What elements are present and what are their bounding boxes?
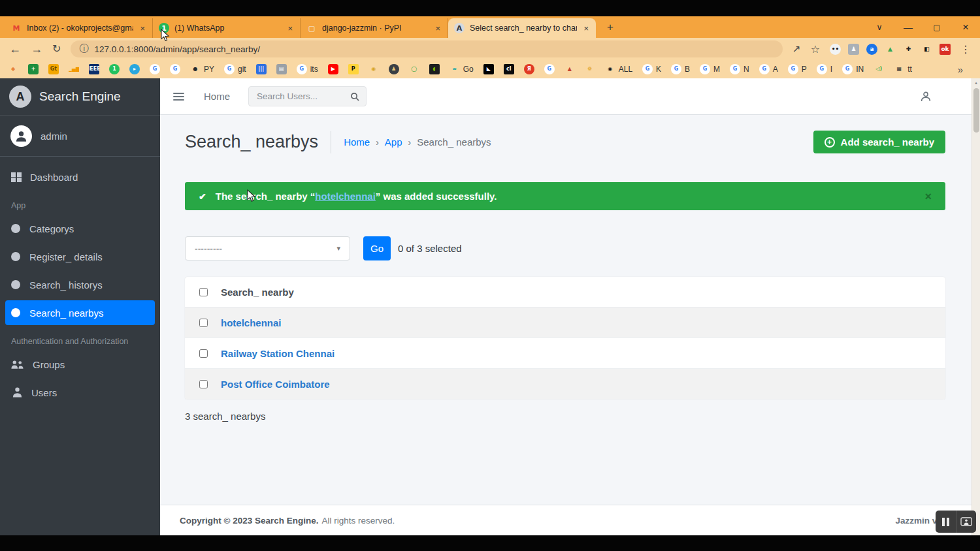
close-button[interactable]: ×	[951, 16, 980, 38]
bookmark-item[interactable]: ◆	[8, 64, 18, 74]
bookmark-item[interactable]: ∞ Go	[449, 64, 474, 74]
scrollbar-thumb[interactable]	[973, 88, 979, 133]
alert-object-link[interactable]: hotelchennai	[315, 191, 376, 202]
bookmark-item[interactable]: ◯	[409, 64, 419, 74]
sidebar-item-groups[interactable]: Groups	[5, 352, 155, 377]
bookmark-item[interactable]: ◉	[368, 64, 379, 74]
navbar-user-menu[interactable]	[920, 91, 932, 102]
bookmark-item[interactable]: ▦ tt	[894, 64, 912, 74]
extension-icon[interactable]: ♟	[848, 44, 859, 55]
reload-icon[interactable]: ↻	[52, 44, 61, 54]
extension-icon[interactable]: a	[866, 44, 877, 55]
minimize-button[interactable]: —	[894, 16, 923, 38]
scrollbar[interactable]: ▴	[972, 78, 980, 535]
bookmark-item[interactable]: 1	[109, 64, 120, 74]
sidebar-item-users[interactable]: Users	[5, 380, 155, 405]
select-all-checkbox[interactable]	[199, 288, 208, 296]
action-select[interactable]: --------- ▾	[185, 236, 350, 260]
share-icon[interactable]: ↗	[792, 43, 801, 55]
bookmark-item[interactable]: G N	[730, 64, 749, 74]
bookmark-item[interactable]: ▲	[564, 64, 575, 74]
maximize-button[interactable]: ▢	[923, 16, 951, 38]
go-button[interactable]: Go	[363, 236, 391, 260]
search-input[interactable]	[255, 91, 345, 102]
bookmark-item[interactable]: IEEE	[89, 64, 99, 74]
row-checkbox[interactable]	[199, 380, 208, 388]
bookmark-item[interactable]: G B	[671, 64, 690, 74]
sidebar-item[interactable]: Categorys	[5, 216, 155, 241]
bookmark-item[interactable]: G	[150, 64, 160, 74]
breadcrumb-app[interactable]: App	[385, 136, 402, 148]
browser-tab[interactable]: ▢ django-jazzmin · PyPI ×	[301, 18, 448, 38]
hamburger-icon[interactable]	[172, 90, 186, 103]
row-object-link[interactable]: hotelchennai	[221, 317, 282, 328]
browser-tab[interactable]: M Inbox (2) - okokprojects@gmail.c ×	[5, 18, 153, 38]
row-object-link[interactable]: Railway Station Chennai	[221, 348, 335, 359]
bookmark-item[interactable]: |||	[256, 64, 267, 74]
column-header[interactable]: Search_ nearby	[221, 287, 294, 298]
bookmark-item[interactable]: G P	[788, 64, 807, 74]
webcam-button[interactable]	[956, 511, 977, 533]
row-checkbox[interactable]	[199, 349, 208, 358]
tab-close-icon[interactable]: ×	[582, 24, 590, 33]
bookmark-item[interactable]: ● PY	[190, 64, 214, 74]
tab-close-icon[interactable]: ×	[286, 24, 294, 33]
extension-icon[interactable]: ▲	[885, 44, 896, 55]
bookmark-item[interactable]: P	[348, 64, 359, 74]
bookmark-item[interactable]: G I	[817, 64, 832, 74]
sidebar-item[interactable]: Register_ details	[5, 244, 155, 269]
bookmark-item[interactable]: ▤	[276, 64, 287, 74]
sidebar-item[interactable]: Search_ nearbys	[5, 300, 155, 325]
bookmark-item[interactable]: G git	[224, 64, 246, 74]
bookmark-item[interactable]: G M	[700, 64, 720, 74]
bookmark-item[interactable]: ▶	[328, 64, 338, 74]
bookmark-item[interactable]: ◉ ALL	[605, 64, 632, 74]
row-checkbox[interactable]	[199, 319, 208, 327]
add-search-nearby-button[interactable]: + Add search_ nearby	[813, 131, 945, 153]
bookmark-item[interactable]: ◣	[483, 64, 494, 74]
bookmark-item[interactable]: G	[170, 64, 180, 74]
brand-link[interactable]: A Search Engine	[0, 78, 160, 116]
extension-icon[interactable]: ok	[939, 44, 951, 55]
chrome-menu-icon[interactable]: ⋮	[960, 43, 971, 55]
bookmarks-overflow-icon[interactable]: »	[958, 64, 972, 75]
bookmark-item[interactable]: Gt	[48, 64, 59, 74]
sidebar-item[interactable]: Search_ historys	[5, 272, 155, 297]
row-object-link[interactable]: Post Office Coimbatore	[221, 379, 330, 390]
bookmark-item[interactable]: ▸	[129, 64, 140, 74]
extension-icon[interactable]: ✚	[903, 44, 914, 55]
bookmark-item[interactable]: G A	[759, 64, 778, 74]
address-bar[interactable]: ⓘ 127.0.0.1:8000/admin/app/search_nearby…	[71, 40, 783, 57]
search-icon[interactable]	[350, 92, 359, 101]
bookmark-item[interactable]: ▁▄▆	[69, 64, 79, 74]
bookmark-item[interactable]: G IN	[842, 64, 864, 74]
sidebar-item-dashboard[interactable]: Dashboard	[5, 165, 155, 189]
bookmark-item[interactable]: ♟	[389, 64, 399, 74]
bookmark-item[interactable]: ◁)	[874, 64, 884, 74]
bookmark-item[interactable]: ❁	[585, 64, 595, 74]
forward-icon[interactable]: →	[31, 43, 42, 55]
bookmark-item[interactable]: Я	[524, 64, 534, 74]
browser-tab[interactable]: A Select search_ nearby to change ×	[448, 18, 596, 38]
bookmark-item[interactable]: G its	[297, 64, 318, 74]
sidebar-user-panel[interactable]: admin	[0, 116, 160, 157]
tab-close-icon[interactable]: ×	[434, 24, 442, 33]
pause-button[interactable]	[936, 511, 956, 533]
extension-icon[interactable]: ••	[830, 44, 841, 55]
tab-search-icon[interactable]: ∨	[865, 16, 894, 38]
bookmark-item[interactable]: cl	[504, 64, 514, 74]
back-icon[interactable]: ←	[9, 43, 21, 55]
navbar-home-link[interactable]: Home	[204, 91, 230, 102]
site-info-icon[interactable]: ⓘ	[79, 43, 88, 55]
bookmark-star-icon[interactable]: ☆	[811, 43, 820, 55]
extension-icon[interactable]: ◧	[921, 44, 932, 55]
bookmark-item[interactable]: +	[28, 64, 39, 74]
bookmark-item[interactable]: G K	[642, 64, 661, 74]
bookmark-item[interactable]: G	[544, 64, 555, 74]
bookmark-item[interactable]: ◖	[429, 64, 440, 74]
new-tab-button[interactable]: +	[601, 18, 619, 37]
scrollbar-up-icon[interactable]: ▴	[972, 78, 980, 87]
navbar-search[interactable]	[248, 86, 367, 106]
breadcrumb-home[interactable]: Home	[344, 136, 370, 148]
tab-close-icon[interactable]: ×	[139, 24, 146, 33]
